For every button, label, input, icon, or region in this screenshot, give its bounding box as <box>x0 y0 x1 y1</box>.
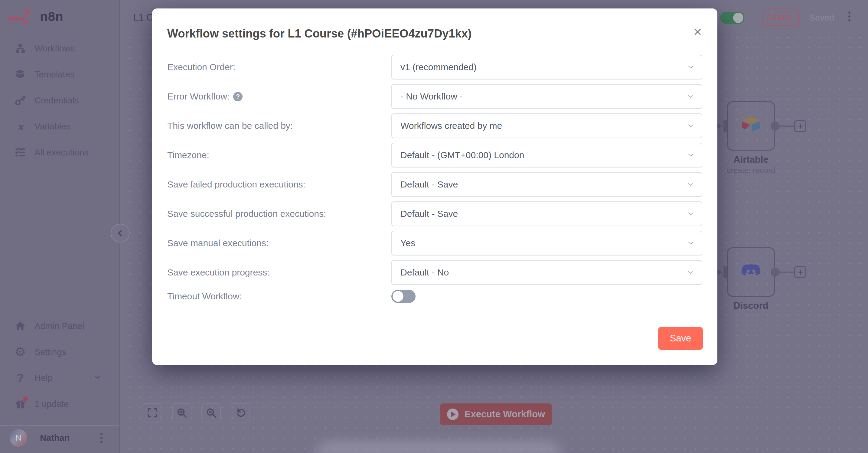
chevron-down-icon <box>686 151 695 159</box>
sidebar-collapse-button[interactable] <box>111 224 129 242</box>
fit-view-button[interactable] <box>143 403 162 422</box>
field-label: Execution Order: <box>167 61 385 73</box>
field-label: Save successful production executions: <box>167 208 385 220</box>
node-label: Airtable <box>706 154 796 165</box>
execute-workflow-button[interactable]: Execute Workflow <box>440 403 552 425</box>
sidebar-item-admin-panel[interactable]: Admin Panel <box>0 317 120 335</box>
sidebar-item-settings[interactable]: ⚙ Settings <box>0 343 120 361</box>
workflow-menu-kebab-icon[interactable] <box>848 11 850 22</box>
airtable-icon <box>740 114 762 136</box>
chevron-down-icon <box>686 180 695 189</box>
sidebar-item-workflows[interactable]: Workflows <box>0 39 120 58</box>
reset-zoom-button[interactable] <box>231 403 250 422</box>
list-check-icon <box>14 146 27 159</box>
sidebar-item-help[interactable]: ? Help <box>0 368 120 387</box>
timeout-workflow-toggle[interactable] <box>391 290 415 303</box>
sidebar-item-updates[interactable]: 1 update <box>0 395 120 413</box>
add-node-button[interactable]: + <box>794 120 806 132</box>
called-by-select[interactable]: Workflows created by me <box>391 114 702 138</box>
sidebar-item-label: 1 update <box>34 399 69 409</box>
field-label: Error Workflow: ? <box>167 91 385 102</box>
box-icon <box>14 68 27 81</box>
field-label: Timeout Workflow: <box>167 291 385 302</box>
execution-order-select[interactable]: v1 (recommended) <box>391 55 702 79</box>
save-progress-select[interactable]: Default - No <box>391 260 702 285</box>
sidebar: n8n Workflows Templates C <box>0 0 120 453</box>
sidebar-item-label: Credentials <box>34 96 79 105</box>
select-value: - No Workflow - <box>400 91 463 102</box>
airtable-output-port[interactable] <box>771 122 780 131</box>
workflow-settings-modal: Workflow settings for L1 Course (#hPOiEE… <box>152 8 717 365</box>
user-row[interactable]: N Nathan <box>0 428 120 448</box>
sidebar-item-label: Admin Panel <box>34 321 84 331</box>
n8n-logo[interactable]: n8n <box>8 9 63 24</box>
chevron-down-icon <box>93 373 102 384</box>
question-icon: ? <box>14 371 27 384</box>
discord-output-port[interactable] <box>771 268 780 277</box>
saved-status: Saved <box>809 13 834 23</box>
connection-line <box>780 271 794 273</box>
execute-workflow-label: Execute Workflow <box>465 409 545 420</box>
user-name: Nathan <box>40 433 69 443</box>
user-menu-kebab-icon[interactable] <box>100 433 102 443</box>
toggle-knob <box>393 291 403 302</box>
select-value: Default - (GMT+00:00) London <box>400 150 524 160</box>
save-success-select[interactable]: Default - Save <box>391 201 702 226</box>
chevron-down-icon <box>686 92 695 101</box>
connection-line <box>780 126 794 127</box>
select-value: v1 (recommended) <box>400 62 477 72</box>
sidebar-item-all-executions[interactable]: All executions <box>0 143 120 162</box>
node-subtitle: create: record <box>706 166 796 175</box>
variable-x-icon: x <box>14 120 27 133</box>
zoom-out-button[interactable] <box>202 403 221 422</box>
workflow-active-toggle[interactable] <box>720 12 744 24</box>
chevron-down-icon <box>686 209 695 218</box>
sidebar-item-variables[interactable]: x Variables <box>0 117 120 136</box>
sitemap-icon <box>14 42 27 55</box>
field-label: This workflow can be called by: <box>167 120 385 132</box>
sidebar-item-label: All executions <box>34 148 89 158</box>
field-label: Save failed production executions: <box>167 179 385 190</box>
chevron-down-icon <box>686 122 695 130</box>
toggle-knob <box>733 13 743 23</box>
sidebar-item-credentials[interactable]: Credentials <box>0 91 120 110</box>
modal-title: Workflow settings for L1 Course (#hPOiEE… <box>167 27 472 40</box>
select-value: Default - No <box>400 267 449 278</box>
field-label: Save execution progress: <box>167 267 385 278</box>
sidebar-item-label: Templates <box>34 70 74 79</box>
chevron-down-icon <box>686 63 695 71</box>
save-failed-select[interactable]: Default - Save <box>391 172 702 197</box>
key-icon <box>14 94 27 107</box>
add-node-button[interactable]: + <box>794 266 806 278</box>
field-label: Save manual executions: <box>167 237 385 249</box>
update-badge-dot <box>23 396 28 401</box>
sidebar-item-label: Settings <box>34 347 66 357</box>
n8n-logo-icon <box>8 9 36 24</box>
play-icon <box>447 409 459 420</box>
gear-icon: ⚙ <box>14 346 27 358</box>
select-value: Workflows created by me <box>400 121 502 131</box>
home-icon <box>14 320 27 332</box>
sidebar-item-label: Workflows <box>34 43 75 54</box>
sidebar-item-label: Help <box>34 373 53 383</box>
help-icon[interactable]: ? <box>233 92 243 101</box>
close-icon[interactable]: × <box>693 25 702 39</box>
save-button[interactable]: Save <box>658 327 703 350</box>
discord-icon <box>740 260 763 283</box>
save-manual-select[interactable]: Yes <box>391 231 702 256</box>
chevron-down-icon <box>686 239 695 247</box>
offscreen-popup-glow <box>313 443 564 453</box>
share-button[interactable]: Share <box>763 8 799 26</box>
error-workflow-select[interactable]: - No Workflow - <box>391 84 702 109</box>
node-label: Discord <box>706 300 796 311</box>
timezone-select[interactable]: Default - (GMT+00:00) London <box>391 143 702 167</box>
field-label: Timezone: <box>167 150 385 161</box>
zoom-in-button[interactable] <box>172 403 191 422</box>
brand-name: n8n <box>40 9 63 24</box>
sidebar-item-templates[interactable]: Templates <box>0 65 120 84</box>
gift-icon <box>14 398 27 410</box>
select-value: Yes <box>400 238 415 248</box>
select-value: Default - Save <box>400 209 458 219</box>
sidebar-item-label: Variables <box>34 122 70 132</box>
sidebar-divider <box>0 425 120 426</box>
